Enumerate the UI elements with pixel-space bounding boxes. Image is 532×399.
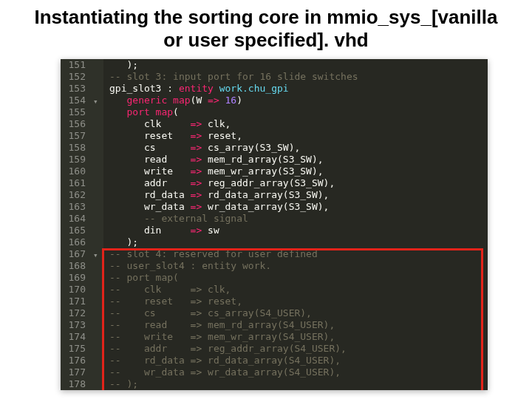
code-line[interactable]: clk => clk, xyxy=(109,118,488,130)
line-number: 168 xyxy=(64,260,86,272)
code-editor: 1511521531541551561571581591601611621631… xyxy=(61,59,488,390)
line-number: 159 xyxy=(64,154,86,166)
code-line[interactable]: rd_data => rd_data_array(S3_SW), xyxy=(109,189,488,201)
line-number: 164 xyxy=(64,213,86,225)
fold-column: ▾▾ xyxy=(92,59,103,390)
fold-marker-icon[interactable]: ▾ xyxy=(93,96,98,108)
code-line[interactable]: wr_data => wr_data_array(S3_SW), xyxy=(109,201,488,213)
code-line[interactable]: -- user_slot4 : entity work. xyxy=(109,260,488,272)
code-line[interactable]: -- rd_data => rd_data_array(S4_USER), xyxy=(109,355,488,366)
code-line[interactable]: addr => reg_addr_array(S3_SW), xyxy=(109,177,488,189)
code-line[interactable]: ); xyxy=(109,236,488,248)
line-number: 166 xyxy=(64,236,86,248)
line-number: 167 xyxy=(64,248,86,260)
code-line[interactable]: ); xyxy=(109,59,488,71)
code-line[interactable]: -- slot 4: reserved for user defined xyxy=(109,248,488,260)
line-number: 160 xyxy=(64,166,86,177)
code-line[interactable]: -- clk => clk, xyxy=(109,284,488,296)
code-line[interactable]: -- read => mem_rd_array(S4_USER), xyxy=(109,319,488,331)
line-number: 156 xyxy=(64,118,86,130)
line-number: 169 xyxy=(64,272,86,284)
code-line[interactable]: -- external signal xyxy=(109,213,488,225)
code-line[interactable]: -- reset => reset, xyxy=(109,296,488,307)
code-line[interactable]: -- wr_data => wr_data_array(S4_USER), xyxy=(109,366,488,378)
line-number: 177 xyxy=(64,366,86,378)
code-line[interactable]: reset => reset, xyxy=(109,130,488,142)
line-number: 178 xyxy=(64,378,86,390)
line-number: 157 xyxy=(64,130,86,142)
code-line[interactable]: gpi_slot3 : entity work.chu_gpi xyxy=(109,83,488,95)
line-number: 175 xyxy=(64,343,86,355)
slide-title: Instantiating the sorting core in mmio_s… xyxy=(0,0,532,56)
code-line[interactable]: port map( xyxy=(109,106,488,118)
line-number: 170 xyxy=(64,284,86,296)
line-number: 172 xyxy=(64,307,86,319)
code-line[interactable]: din => sw xyxy=(109,225,488,236)
line-number: 163 xyxy=(64,201,86,213)
line-number: 158 xyxy=(64,142,86,154)
line-number: 151 xyxy=(64,59,86,71)
line-number-gutter: 1511521531541551561571581591601611621631… xyxy=(61,59,92,390)
line-number: 165 xyxy=(64,225,86,236)
line-number: 154 xyxy=(64,95,86,106)
code-line[interactable]: -- port map( xyxy=(109,272,488,284)
code-line[interactable]: read => mem_rd_array(S3_SW), xyxy=(109,154,488,166)
line-number: 155 xyxy=(64,106,86,118)
code-line[interactable]: cs => cs_array(S3_SW), xyxy=(109,142,488,154)
code-line[interactable]: -- ); xyxy=(109,378,488,390)
code-area[interactable]: );-- slot 3: input port for 16 slide swi… xyxy=(103,59,488,390)
code-line[interactable]: -- addr => reg_addr_array(S4_USER), xyxy=(109,343,488,355)
code-line[interactable]: -- slot 3: input port for 16 slide switc… xyxy=(109,71,488,83)
code-line[interactable]: generic map(W => 16) xyxy=(109,95,488,106)
line-number: 162 xyxy=(64,189,86,201)
fold-marker-icon[interactable]: ▾ xyxy=(93,250,98,262)
code-line[interactable]: -- write => mem_wr_array(S4_USER), xyxy=(109,331,488,343)
line-number: 173 xyxy=(64,319,86,331)
code-line[interactable]: -- cs => cs_array(S4_USER), xyxy=(109,307,488,319)
line-number: 153 xyxy=(64,83,86,95)
line-number: 161 xyxy=(64,177,86,189)
line-number: 171 xyxy=(64,296,86,307)
line-number: 152 xyxy=(64,71,86,83)
line-number: 174 xyxy=(64,331,86,343)
line-number: 176 xyxy=(64,355,86,366)
code-line[interactable]: write => mem_wr_array(S3_SW), xyxy=(109,166,488,177)
